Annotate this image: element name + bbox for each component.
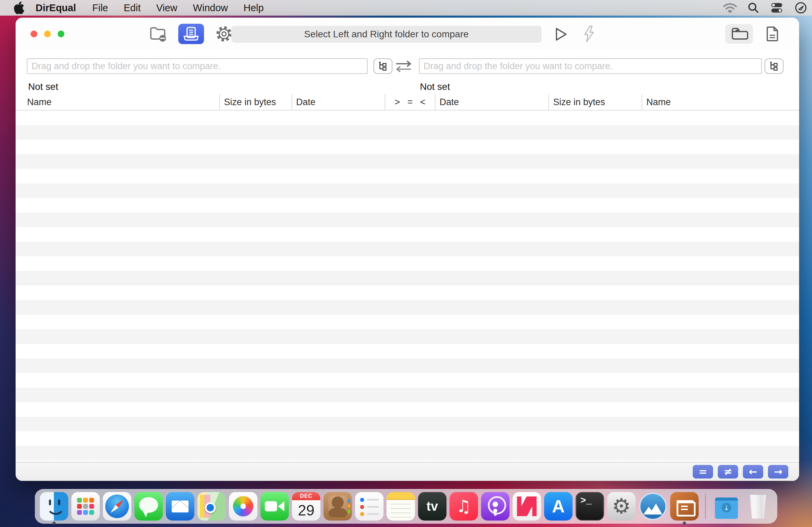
menu-file[interactable]: File: [84, 0, 116, 16]
quick-compare-button[interactable]: [582, 25, 596, 44]
compare-row: [16, 58, 799, 79]
left-folder-input[interactable]: [27, 58, 368, 74]
compare-less-label: <: [420, 97, 425, 108]
toolbar-left-group: [147, 24, 235, 44]
dock-maps-icon[interactable]: [198, 492, 226, 521]
open-folder-button[interactable]: [725, 24, 753, 44]
dock-appstore-icon[interactable]: [544, 492, 573, 521]
minimize-button[interactable]: [44, 30, 51, 37]
column-header-name-left[interactable]: Name: [16, 94, 219, 110]
wifi-icon[interactable]: [723, 2, 737, 14]
status-row: Not set Not set: [16, 79, 799, 94]
filter-not-equal-button[interactable]: ≠: [718, 465, 738, 479]
menu-items: DirEqualFileEditViewWindowHelp: [27, 0, 272, 16]
toolbar-title-text: Select Left and Right folder to compare: [304, 29, 469, 40]
compare-greater-label: >: [395, 97, 400, 108]
menu-window[interactable]: Window: [185, 0, 235, 16]
filter-equal-button[interactable]: =: [693, 465, 713, 479]
dock-calendar-icon[interactable]: DEC29: [292, 492, 321, 521]
menu-view[interactable]: View: [148, 0, 185, 16]
calendar-month-label: DEC: [292, 492, 321, 500]
dock-mail-icon[interactable]: [166, 492, 194, 521]
clock-icon[interactable]: [794, 1, 807, 14]
dock-reminders-icon[interactable]: [355, 492, 383, 521]
dock-tv-icon[interactable]: [418, 492, 447, 521]
dock-sysprefs-icon[interactable]: [607, 492, 636, 521]
column-header-date-left[interactable]: Date: [291, 94, 385, 110]
dock-photos-icon[interactable]: [229, 492, 258, 521]
run-compare-button[interactable]: [554, 26, 569, 43]
left-browse-tree-button[interactable]: [374, 58, 392, 74]
spotlight-search-icon[interactable]: [748, 2, 759, 14]
dock-contacts-icon[interactable]: [324, 492, 352, 521]
toolbar: Select Left and Right folder to compare: [16, 18, 799, 50]
dock: DEC29: [35, 489, 778, 524]
calendar-day-label: 29: [292, 500, 321, 521]
dock-trash-icon[interactable]: [744, 492, 772, 521]
column-header-compare[interactable]: > = <: [385, 94, 435, 110]
traffic-lights: [30, 30, 64, 37]
compare-equal-label: =: [407, 97, 413, 108]
right-folder-input[interactable]: [419, 58, 762, 74]
dock-podcasts-icon[interactable]: [481, 492, 510, 521]
dock-news-icon[interactable]: [513, 492, 541, 521]
menu-direqual[interactable]: DirEqual: [27, 0, 84, 16]
swap-folders-button[interactable]: [393, 59, 414, 74]
zoom-button[interactable]: [58, 30, 64, 37]
dock-messages-icon[interactable]: [134, 492, 163, 521]
column-header-name-right[interactable]: Name: [641, 94, 799, 110]
column-header-size-left[interactable]: Size in bytes: [219, 94, 291, 110]
right-folder-status: Not set: [420, 81, 450, 92]
report-document-button[interactable]: [761, 24, 784, 44]
menu-help[interactable]: Help: [235, 0, 272, 16]
dock-music-icon[interactable]: [450, 492, 478, 521]
menu-status-icons: [723, 1, 807, 14]
dock-divider: [705, 494, 706, 519]
right-browse-tree-button[interactable]: [765, 58, 784, 74]
column-header-date-right[interactable]: Date: [435, 94, 548, 110]
dock-notes-icon[interactable]: [387, 492, 415, 521]
dock-finder-icon[interactable]: [40, 492, 69, 521]
dock-safari-icon[interactable]: [103, 492, 131, 521]
compare-list-button[interactable]: [178, 24, 204, 44]
menu-edit[interactable]: Edit: [116, 0, 148, 16]
dock-direqual-icon[interactable]: [670, 492, 699, 521]
footer-bar: =≠←→: [16, 462, 799, 481]
dock-facetime-icon[interactable]: [261, 492, 289, 521]
menu-bar: DirEqualFileEditViewWindowHelp: [0, 0, 812, 16]
toolbar-right-group: [725, 24, 784, 44]
apple-menu-icon[interactable]: [12, 1, 27, 15]
copy-right-button[interactable]: →: [768, 465, 788, 479]
comparison-table-body: [16, 111, 799, 462]
left-folder-status: Not set: [28, 81, 58, 92]
dock-terminal-icon[interactable]: [576, 492, 604, 521]
table-header: Name Size in bytes Date > = < Date Size …: [16, 94, 799, 111]
direqual-window: Select Left and Right folder to compare: [16, 18, 799, 481]
control-center-icon[interactable]: [769, 2, 784, 14]
toolbar-title: Select Left and Right folder to compare: [231, 26, 541, 43]
dock-downloads-icon[interactable]: [712, 492, 741, 521]
close-button[interactable]: [30, 30, 37, 37]
exclude-folder-button[interactable]: [147, 24, 170, 44]
copy-left-button[interactable]: ←: [743, 465, 763, 479]
column-header-size-right[interactable]: Size in bytes: [548, 94, 641, 110]
dock-launchpad-icon[interactable]: [72, 492, 100, 521]
dock-mountain-icon[interactable]: [639, 492, 667, 521]
